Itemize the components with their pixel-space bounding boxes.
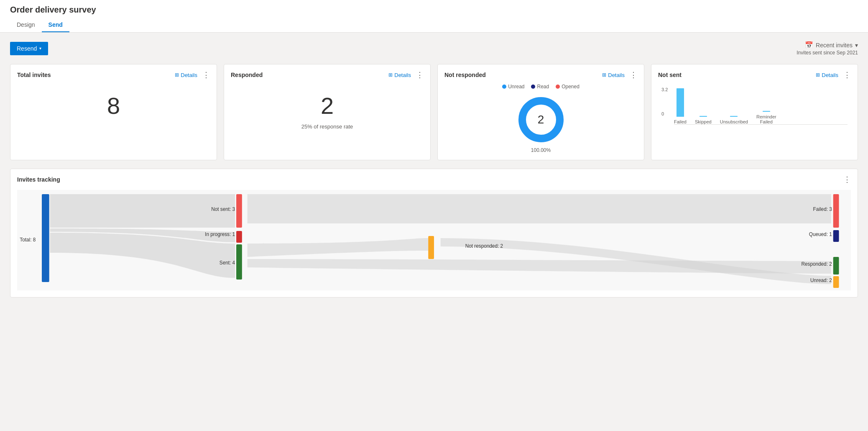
- more-options-total-invites[interactable]: ⋮: [202, 71, 210, 79]
- card-responded: Responded ⊞ Details ⋮ 2 25% of response …: [224, 64, 431, 160]
- svg-rect-18: [833, 276, 839, 288]
- svg-text:Not responded: 2: Not responded: 2: [465, 243, 503, 249]
- toolbar: Resend ▾ 📅 Recent invites ▾ Invites sent…: [10, 41, 858, 56]
- legend-read: Read: [531, 84, 549, 90]
- calendar-icon: 📅: [805, 41, 813, 49]
- bar-groups: Failed Skipped Unsubscribed Reminde: [674, 95, 848, 125]
- tab-send[interactable]: Send: [42, 18, 69, 32]
- tab-design[interactable]: Design: [10, 18, 42, 32]
- donut-wrapper: 2: [516, 95, 566, 145]
- card-title-responded: Responded: [231, 72, 263, 78]
- svg-rect-8: [236, 244, 242, 280]
- sankey-diagram: Total: 8 Not sent: 3 In progress: 1 Sent…: [17, 190, 851, 290]
- svg-rect-16: [833, 257, 839, 275]
- bar-label-unsubscribed: Unsubscribed: [720, 119, 748, 124]
- svg-text:Total: 8: Total: 8: [20, 237, 36, 243]
- svg-rect-12: [833, 194, 839, 228]
- svg-rect-2: [42, 194, 49, 282]
- card-not-sent: Not sent ⊞ Details ⋮ 3.2 0: [651, 64, 858, 160]
- legend-unread: Unread: [502, 84, 524, 90]
- donut-chart-container: Unread Read Opened 2: [444, 84, 637, 153]
- table-icon: ⊞: [816, 72, 820, 78]
- svg-text:Queued: 1: Queued: 1: [809, 231, 832, 237]
- svg-rect-4: [236, 194, 242, 228]
- svg-text:In progress: 1: In progress: 1: [205, 231, 235, 237]
- donut-center-value: 2: [538, 113, 544, 126]
- bar-failed: Failed: [674, 88, 687, 124]
- bar-skipped: Skipped: [695, 116, 712, 124]
- bar-label-skipped: Skipped: [695, 119, 712, 124]
- svg-text:Unread: 2: Unread: 2: [810, 277, 832, 283]
- details-link-total-invites[interactable]: ⊞ Details: [175, 72, 197, 78]
- card-not-responded: Not responded ⊞ Details ⋮ Unread: [437, 64, 644, 160]
- recent-invites-dropdown[interactable]: 📅 Recent invites ▾ Invites sent since Se…: [797, 41, 858, 56]
- svg-text:Not sent: 3: Not sent: 3: [211, 206, 235, 212]
- card-title-total-invites: Total invites: [17, 72, 51, 78]
- card-title-not-responded: Not responded: [444, 72, 486, 78]
- donut-legend: Unread Read Opened: [502, 84, 580, 90]
- legend-opened: Opened: [556, 84, 580, 90]
- total-invites-value: 8: [17, 84, 210, 123]
- resend-button[interactable]: Resend ▾: [10, 42, 48, 55]
- opened-dot: [556, 85, 560, 89]
- svg-rect-14: [833, 230, 839, 242]
- main-content: Resend ▾ 📅 Recent invites ▾ Invites sent…: [0, 33, 868, 306]
- svg-text:Responded: 2: Responded: 2: [801, 261, 832, 267]
- more-options-responded[interactable]: ⋮: [416, 71, 424, 79]
- details-link-not-sent[interactable]: ⊞ Details: [816, 72, 838, 78]
- svg-rect-6: [236, 231, 242, 243]
- svg-text:Failed: 3: Failed: 3: [813, 206, 832, 212]
- page-title: Order delivery survey: [10, 5, 858, 15]
- bar-reminder-failed-rect: [763, 111, 770, 112]
- bar-unsubscribed: Unsubscribed: [720, 116, 748, 124]
- more-options-not-sent[interactable]: ⋮: [843, 71, 851, 79]
- app-header: Order delivery survey Design Send: [0, 0, 868, 33]
- bar-unsubscribed-rect: [730, 116, 738, 117]
- svg-rect-10: [428, 236, 434, 259]
- bar-label-reminder-failed: ReminderFailed: [756, 114, 776, 124]
- responded-sub: 25% of response rate: [231, 123, 424, 134]
- cards-row: Total invites ⊞ Details ⋮ 8 Responded ⊞: [10, 64, 858, 160]
- details-link-not-responded[interactable]: ⊞ Details: [602, 72, 625, 78]
- bar-chart-not-sent: 3.2 0 Failed Skipped: [658, 84, 851, 125]
- table-icon: ⊞: [602, 72, 606, 78]
- unread-dot: [502, 85, 506, 89]
- more-options-not-responded[interactable]: ⋮: [630, 71, 637, 79]
- card-total-invites: Total invites ⊞ Details ⋮ 8: [10, 64, 217, 160]
- bar-label-failed: Failed: [674, 119, 687, 124]
- chevron-down-icon: ▾: [855, 42, 858, 49]
- bar-failed-rect: [677, 88, 684, 117]
- bar-reminder-failed: ReminderFailed: [756, 111, 776, 124]
- read-dot: [531, 85, 535, 89]
- tab-bar: Design Send: [10, 18, 858, 32]
- chevron-down-icon: ▾: [39, 46, 41, 51]
- tracking-title: Invites tracking: [17, 176, 60, 183]
- bar-skipped-rect: [700, 116, 707, 117]
- donut-percent: 100.00%: [531, 147, 551, 153]
- responded-value: 2: [231, 84, 424, 123]
- table-icon: ⊞: [175, 72, 179, 78]
- svg-text:Sent: 4: Sent: 4: [220, 260, 235, 266]
- tracking-card: Invites tracking ⋮: [10, 169, 858, 298]
- y-axis: 3.2 0: [661, 87, 668, 116]
- more-options-tracking[interactable]: ⋮: [843, 176, 851, 183]
- table-icon: ⊞: [388, 72, 393, 78]
- card-title-not-sent: Not sent: [658, 72, 682, 78]
- details-link-responded[interactable]: ⊞ Details: [388, 72, 411, 78]
